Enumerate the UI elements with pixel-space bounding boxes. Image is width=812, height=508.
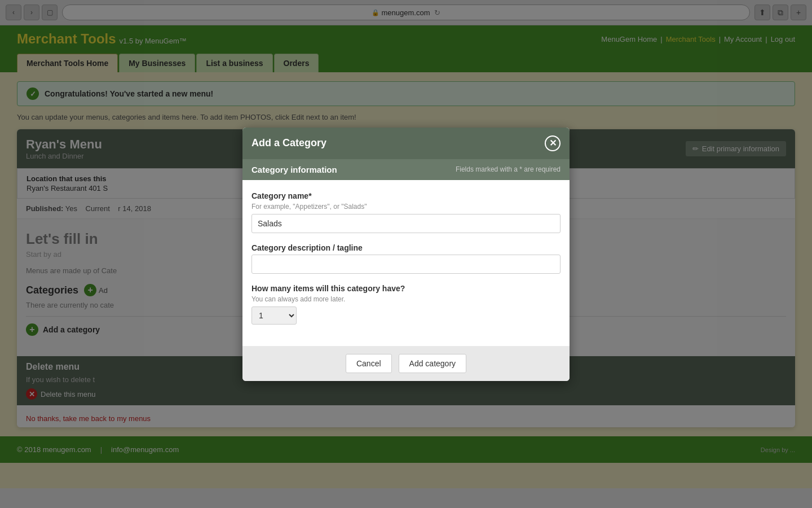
modal-title: Add a Category <box>251 137 326 149</box>
category-desc-label: Category description / tagline <box>251 243 561 252</box>
category-name-input[interactable] <box>251 214 561 233</box>
modal-close-button[interactable]: ✕ <box>545 135 561 151</box>
category-desc-input[interactable] <box>251 255 561 274</box>
modal-body: Category information Fields marked with … <box>242 159 570 346</box>
modal-required-note: Fields marked with a * are required <box>456 165 561 173</box>
cancel-button[interactable]: Cancel <box>346 354 392 373</box>
modal-overlay[interactable]: Add a Category ✕ Category information Fi… <box>0 0 812 508</box>
modal: Add a Category ✕ Category information Fi… <box>242 128 570 381</box>
add-category-submit-button[interactable]: Add category <box>399 354 467 373</box>
items-count-hint: You can always add more later. <box>251 295 561 303</box>
modal-header: Add a Category ✕ <box>242 128 570 159</box>
modal-form: Category name* For example, "Appetizers"… <box>242 180 570 346</box>
form-group-category-name: Category name* For example, "Appetizers"… <box>251 191 561 233</box>
modal-footer: Cancel Add category <box>242 346 570 381</box>
category-name-label: Category name* <box>251 191 561 200</box>
items-count-label: How many items will this category have? <box>251 284 561 293</box>
category-name-hint: For example, "Appetizers", or "Salads" <box>251 203 561 211</box>
form-group-items-count: How many items will this category have? … <box>251 284 561 325</box>
form-group-category-desc: Category description / tagline <box>251 243 561 274</box>
modal-section-title: Category information <box>251 165 337 174</box>
items-count-select[interactable]: 1 2 3 4 5 10 15 20 <box>251 306 297 325</box>
modal-section-header: Category information Fields marked with … <box>242 159 570 180</box>
